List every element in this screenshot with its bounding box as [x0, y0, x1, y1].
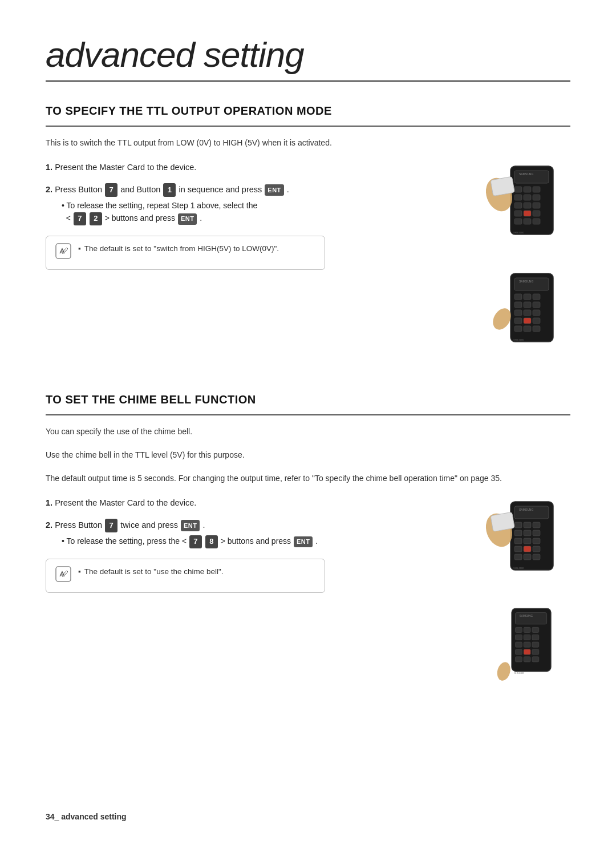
section1-step1-text: Present the Master Card to the device. — [55, 163, 196, 172]
section1-step1-num: 1. — [46, 163, 52, 172]
section2-step2-before: Press Button — [55, 520, 104, 530]
section2-device-img-bottom: SAMSUNG — [479, 603, 570, 700]
svg-text:SHS-6000: SHS-6000 — [513, 338, 524, 341]
svg-rect-46 — [514, 522, 522, 528]
svg-rect-55 — [514, 546, 522, 552]
section2-desc3: The default output time is 5 seconds. Fo… — [46, 473, 570, 484]
svg-rect-9 — [533, 195, 540, 200]
section1-step2: 2. Press Button 7 and Button 1 in sequen… — [46, 183, 399, 225]
page-title: advanced setting — [46, 34, 570, 75]
section1-bullet-btn7: 7 — [74, 212, 86, 225]
svg-rect-62 — [491, 512, 514, 531]
section2-ent-btn: ENT — [181, 520, 200, 532]
svg-rect-81 — [532, 657, 539, 662]
svg-rect-76 — [515, 649, 522, 655]
section2-title: TO SET THE CHIME BELL FUNCTION — [46, 393, 570, 406]
section2-desc1: You can specify the use of the chime bel… — [46, 426, 570, 438]
svg-rect-52 — [514, 538, 522, 544]
svg-text:SHS-6000: SHS-6000 — [513, 231, 524, 234]
svg-text:SAMSUNG: SAMSUNG — [519, 508, 533, 511]
svg-rect-6 — [533, 187, 540, 192]
svg-text:SAMSUNG: SAMSUNG — [519, 172, 533, 176]
section2-note: ▪The default is set to "use the chime be… — [46, 559, 325, 593]
section2-step2-period: . — [200, 520, 205, 530]
svg-rect-47 — [524, 522, 531, 528]
svg-rect-57 — [533, 546, 540, 552]
svg-rect-27 — [533, 294, 540, 300]
svg-rect-20 — [491, 176, 514, 196]
svg-rect-7 — [514, 195, 522, 200]
svg-rect-31 — [514, 310, 522, 316]
section2-divider — [46, 414, 570, 415]
svg-rect-58 — [514, 554, 522, 560]
svg-rect-36 — [533, 318, 540, 324]
svg-rect-34 — [514, 318, 522, 324]
section1-step2-between: and Button — [118, 185, 163, 194]
section1-step2-period: . — [285, 185, 289, 194]
section1-step2-bullet: • To release the setting, repeat Step 1 … — [62, 199, 399, 225]
section1-bullet-ent: ENT — [178, 213, 197, 225]
section1-device-img-bottom: SAMSUNG — [479, 268, 570, 365]
section2-bullet-ent: ENT — [294, 536, 313, 548]
section2-device-img-top: SAMSUNG — [479, 496, 570, 593]
svg-rect-68 — [524, 627, 530, 632]
note2-icon — [55, 566, 71, 585]
section2-step2-after: twice and press — [118, 520, 180, 530]
svg-rect-67 — [515, 627, 522, 632]
svg-rect-51 — [533, 530, 540, 536]
svg-rect-10 — [514, 203, 522, 208]
section2-step2-bullet: • To release the setting, press the < 7 … — [62, 535, 399, 548]
svg-rect-12 — [533, 203, 540, 208]
svg-text:SHS-6000: SHS-6000 — [513, 567, 524, 570]
svg-rect-14 — [524, 211, 531, 216]
svg-rect-38 — [524, 326, 531, 332]
section1-btn1: 1 — [163, 183, 176, 197]
section1-btn7: 7 — [105, 183, 117, 197]
section1-ent-btn: ENT — [265, 184, 284, 196]
svg-rect-35 — [524, 318, 531, 324]
svg-rect-11 — [524, 203, 531, 208]
svg-rect-39 — [533, 326, 540, 332]
svg-point-82 — [495, 661, 512, 683]
svg-rect-5 — [524, 187, 531, 192]
section1-bullet-btn2: 2 — [90, 212, 102, 225]
section1-images: SAMSUNG — [479, 160, 570, 365]
section1-bullet-period: . — [197, 213, 202, 223]
section1-bullet-after: buttons and press — [112, 213, 177, 223]
section2-content: 1. Present the Master Card to the device… — [46, 496, 570, 700]
section1-step2-num: 2. — [46, 185, 52, 194]
section2-bullet-after: > buttons and press — [218, 536, 293, 546]
svg-rect-71 — [524, 635, 530, 640]
svg-rect-74 — [524, 642, 530, 647]
section-chime-bell: TO SET THE CHIME BELL FUNCTION You can s… — [46, 393, 570, 700]
svg-rect-72 — [532, 635, 539, 640]
svg-rect-26 — [524, 294, 531, 300]
section1-desc: This is to switch the TTL output from LO… — [46, 137, 570, 149]
note1-icon — [55, 243, 71, 263]
svg-rect-53 — [524, 538, 531, 544]
svg-rect-8 — [524, 195, 531, 200]
section1-instructions: 1. Present the Master Card to the device… — [46, 160, 399, 276]
section2-bullet-before: To release the setting, press the < — [67, 536, 189, 546]
svg-rect-33 — [533, 310, 540, 316]
svg-rect-69 — [532, 627, 539, 632]
section1-divider — [46, 126, 570, 127]
svg-rect-56 — [524, 546, 531, 552]
svg-rect-15 — [533, 211, 540, 216]
section2-step1-num: 1. — [46, 498, 52, 507]
section1-content: 1. Present the Master Card to the device… — [46, 160, 570, 365]
section1-title: TO SPECIFY THE TTL OUTPUT OPERATION MODE — [46, 104, 570, 118]
svg-rect-17 — [524, 219, 531, 224]
svg-rect-54 — [533, 538, 540, 544]
svg-rect-70 — [515, 635, 522, 640]
section2-step2-num: 2. — [46, 520, 52, 530]
svg-rect-28 — [514, 302, 522, 308]
svg-rect-32 — [524, 310, 531, 316]
section1-step2-after: in sequence and press — [176, 185, 264, 194]
svg-rect-29 — [524, 302, 531, 308]
svg-rect-77 — [524, 649, 530, 655]
section-ttl-output: TO SPECIFY THE TTL OUTPUT OPERATION MODE… — [46, 104, 570, 365]
section2-bullet-btn8: 8 — [205, 535, 218, 548]
section2-btn7: 7 — [105, 519, 117, 532]
svg-rect-13 — [514, 211, 522, 216]
